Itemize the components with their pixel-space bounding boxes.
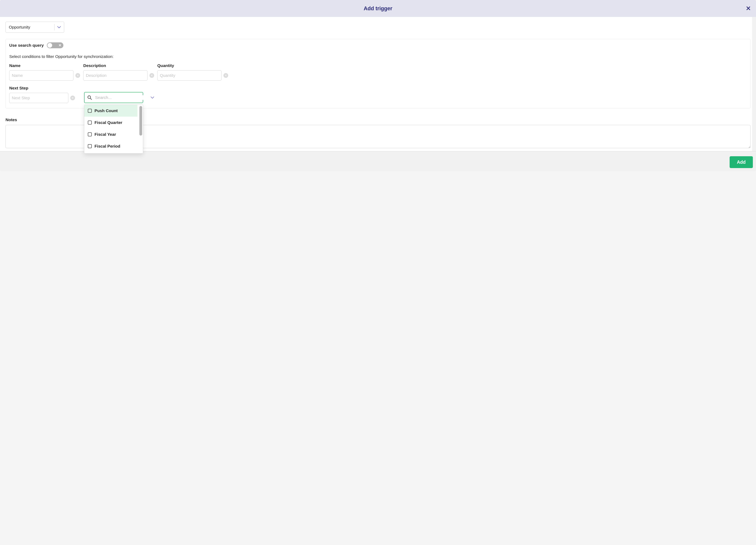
body-scrollbar[interactable] (752, 17, 756, 151)
field-name: Name ✕ (9, 63, 80, 81)
clear-description-button[interactable]: ✕ (149, 73, 154, 78)
field-description: Description ✕ (83, 63, 154, 81)
dropdown-option-label: Fiscal Period (95, 144, 120, 148)
chevron-down-icon (57, 25, 61, 29)
close-icon: ✕ (71, 96, 74, 99)
field-description-label: Description (83, 63, 154, 68)
modal-header: Add trigger (0, 0, 756, 17)
checkbox-icon[interactable] (88, 121, 92, 124)
object-select-value: Opportunity (9, 25, 52, 30)
next-step-input[interactable] (9, 93, 68, 103)
add-button[interactable]: Add (730, 156, 753, 168)
close-icon: ✕ (151, 74, 153, 77)
description-input[interactable] (83, 70, 147, 81)
dropdown-option-label: Push Count (95, 108, 118, 113)
field-search-wrap: Push Count Fiscal Quarter Fiscal Year (84, 92, 143, 103)
checkbox-icon[interactable] (88, 109, 92, 113)
chevron-down-icon (151, 95, 154, 100)
add-trigger-modal: Add trigger Opportunity Use search query… (0, 0, 756, 171)
clear-next-step-button[interactable]: ✕ (70, 96, 75, 100)
conditions-panel: Use search query ✕ Select conditions to … (6, 39, 750, 108)
select-separator (54, 24, 55, 30)
close-icon: ✕ (225, 74, 227, 77)
svg-line-1 (90, 98, 92, 99)
object-select[interactable]: Opportunity (6, 22, 64, 33)
field-next-step-label: Next Step (9, 86, 75, 90)
conditions-instruction: Select conditions to filter Opportunity … (9, 54, 747, 59)
close-icon: ✕ (77, 74, 79, 77)
field-search-select[interactable] (84, 92, 143, 103)
dropdown-option[interactable]: Fiscal Year (84, 128, 137, 140)
checkbox-icon[interactable] (88, 132, 92, 136)
search-icon (87, 95, 92, 100)
use-search-label: Use search query (9, 43, 44, 48)
field-search-list[interactable]: Push Count Fiscal Quarter Fiscal Year (84, 105, 143, 153)
quantity-input[interactable] (157, 70, 221, 81)
dropdown-option[interactable]: Fiscal Period (84, 140, 137, 152)
modal-footer: Add (0, 151, 756, 171)
field-search-input[interactable] (95, 95, 147, 100)
close-button[interactable] (746, 6, 750, 11)
field-name-label: Name (9, 63, 80, 68)
use-search-toggle[interactable]: ✕ (47, 42, 63, 48)
modal-body: Opportunity Use search query ✕ Select co… (0, 17, 756, 151)
name-input[interactable] (9, 70, 73, 81)
field-next-step: Next Step ✕ (9, 86, 75, 103)
field-search-dropdown: Push Count Fiscal Quarter Fiscal Year (84, 105, 143, 153)
next-step-row: Next Step ✕ (9, 86, 747, 103)
dropdown-scrollbar[interactable] (139, 106, 142, 135)
modal-title: Add trigger (364, 6, 392, 12)
fields-grid: Name ✕ Description ✕ (9, 63, 747, 81)
dropdown-option-label: Fiscal Year (95, 132, 116, 137)
use-search-row: Use search query ✕ (9, 42, 747, 48)
dropdown-option-label: Fiscal Quarter (95, 120, 122, 125)
clear-name-button[interactable]: ✕ (75, 73, 80, 78)
toggle-off-icon: ✕ (58, 43, 61, 47)
dropdown-option[interactable]: Fiscal Quarter (84, 117, 137, 128)
checkbox-icon[interactable] (88, 144, 92, 148)
field-quantity: Quantity ✕ (157, 63, 228, 81)
field-quantity-label: Quantity (157, 63, 228, 68)
clear-quantity-button[interactable]: ✕ (223, 73, 228, 78)
close-icon (746, 5, 750, 12)
toggle-knob (47, 43, 52, 48)
dropdown-option[interactable]: Push Count (84, 105, 137, 117)
